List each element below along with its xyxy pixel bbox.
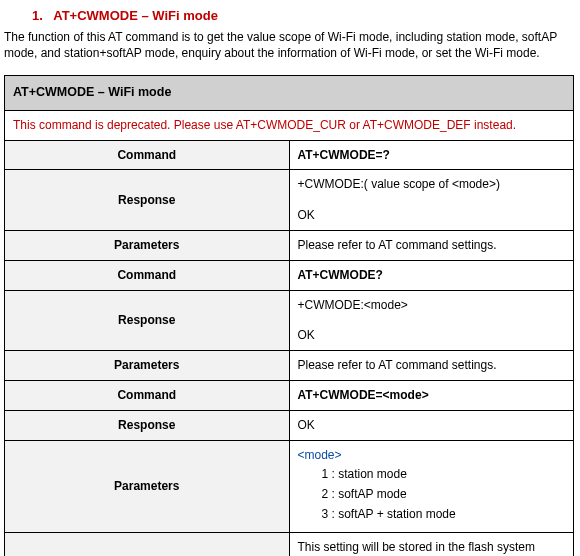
table-row: Command AT+CWMODE=?	[5, 140, 574, 170]
response-line2: OK	[298, 327, 566, 344]
label-response: Response	[5, 290, 290, 351]
response-line1: +CWMODE:( value scope of <mode>)	[298, 176, 566, 193]
deprecated-row: This command is deprecated. Please use A…	[5, 110, 574, 140]
parameters-value: Please refer to AT command settings.	[289, 351, 574, 381]
response-value: +CWMODE:( value scope of <mode>) OK	[289, 170, 574, 231]
table-row: Parameters <mode> 1 : station mode 2 : s…	[5, 440, 574, 532]
command-table: AT+CWMODE – WiFi mode This command is de…	[4, 75, 574, 556]
response-line1: +CWMODE:<mode>	[298, 297, 566, 314]
table-row: Notes This setting will be stored in the…	[5, 532, 574, 556]
table-row: Response +CWMODE:<mode> OK	[5, 290, 574, 351]
table-header-row: AT+CWMODE – WiFi mode	[5, 76, 574, 111]
label-response: Response	[5, 170, 290, 231]
command-value: AT+CWMODE=?	[289, 140, 574, 170]
section-number: 1.	[32, 8, 43, 23]
table-row: Command AT+CWMODE=<mode>	[5, 381, 574, 411]
command-value: AT+CWMODE=<mode>	[289, 381, 574, 411]
response-value: +CWMODE:<mode> OK	[289, 290, 574, 351]
table-row: Response +CWMODE:( value scope of <mode>…	[5, 170, 574, 231]
section-description: The function of this AT command is to ge…	[4, 29, 576, 61]
mode-item: 3 : softAP + station mode	[322, 506, 566, 523]
label-command: Command	[5, 381, 290, 411]
table-row: Response OK	[5, 410, 574, 440]
mode-item: 1 : station mode	[322, 466, 566, 483]
mode-tag: <mode>	[298, 448, 342, 462]
table-row: Command AT+CWMODE?	[5, 260, 574, 290]
label-parameters: Parameters	[5, 440, 290, 532]
table-row: Parameters Please refer to AT command se…	[5, 231, 574, 261]
label-response: Response	[5, 410, 290, 440]
parameters-value: <mode> 1 : station mode 2 : softAP mode …	[289, 440, 574, 532]
response-value: OK	[289, 410, 574, 440]
mode-list: 1 : station mode 2 : softAP mode 3 : sof…	[298, 466, 566, 522]
label-command: Command	[5, 260, 290, 290]
command-value: AT+CWMODE?	[289, 260, 574, 290]
table-row: Parameters Please refer to AT command se…	[5, 351, 574, 381]
table-header: AT+CWMODE – WiFi mode	[5, 76, 574, 111]
label-command: Command	[5, 140, 290, 170]
parameters-value: Please refer to AT command settings.	[289, 231, 574, 261]
response-line2: OK	[298, 207, 566, 224]
label-parameters: Parameters	[5, 351, 290, 381]
section-title-text: AT+CWMODE – WiFi mode	[53, 8, 218, 23]
section-heading: 1. AT+CWMODE – WiFi mode	[32, 8, 580, 23]
label-notes: Notes	[5, 532, 290, 556]
deprecated-notice: This command is deprecated. Please use A…	[5, 110, 574, 140]
notes-value: This setting will be stored in the flash…	[289, 532, 574, 556]
mode-item: 2 : softAP mode	[322, 486, 566, 503]
label-parameters: Parameters	[5, 231, 290, 261]
